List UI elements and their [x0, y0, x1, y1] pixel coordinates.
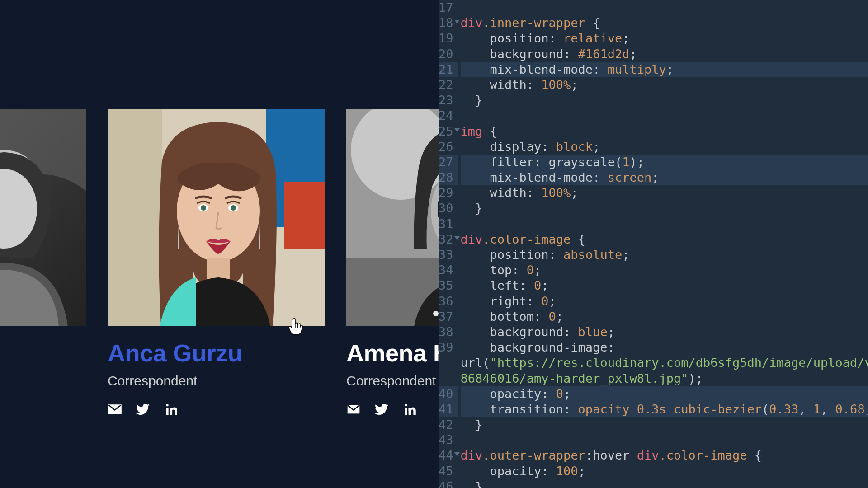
gutter-line-number: 43: [439, 432, 458, 448]
code-line[interactable]: div.outer-wrapper:hover div.color-image …: [461, 448, 868, 463]
gutter-line-number: 37: [439, 309, 458, 324]
gutter-line-number: 17: [439, 0, 458, 15]
code-line[interactable]: bottom: 0;: [461, 309, 868, 324]
gutter-line-number: [439, 371, 458, 386]
code-line[interactable]: }: [461, 93, 868, 108]
gutter-line-number: 26: [439, 139, 458, 155]
code-editor[interactable]: 1718192021222324252627282930313233343536…: [439, 0, 868, 488]
gutter-line-number: 46: [439, 479, 458, 488]
gutter-line-number: 33: [439, 247, 458, 263]
gutter-line-number: 23: [439, 93, 458, 108]
editor-code-area[interactable]: div.inner-wrapper { position: relative; …: [458, 0, 868, 488]
twitter-icon[interactable]: [136, 402, 150, 418]
editor-gutter: 1718192021222324252627282930313233343536…: [439, 0, 458, 488]
code-line[interactable]: }: [461, 417, 868, 432]
linkedin-icon[interactable]: [402, 402, 417, 418]
code-line[interactable]: transition: opacity 0.3s cubic-bezier(0.…: [461, 402, 868, 417]
svg-point-25: [433, 311, 439, 316]
code-line[interactable]: div.color-image {: [461, 232, 868, 247]
gutter-line-number: 32: [439, 232, 458, 247]
gutter-line-number: 21: [439, 62, 458, 77]
email-icon[interactable]: [346, 402, 361, 418]
svg-point-10: [201, 205, 206, 211]
gutter-line-number: 45: [439, 464, 458, 479]
gutter-line-number: 31: [439, 216, 458, 232]
code-line[interactable]: img {: [461, 124, 868, 139]
avatar[interactable]: [0, 109, 86, 326]
linkedin-icon[interactable]: [164, 402, 178, 418]
team-card-socials: [346, 402, 439, 418]
avatar[interactable]: [346, 109, 439, 326]
svg-rect-5: [284, 182, 325, 249]
gutter-line-number: 28: [439, 170, 458, 185]
gutter-line-number: 38: [439, 324, 458, 340]
code-line[interactable]: display: block;: [461, 139, 868, 155]
team-card[interactable]: Anca Gurzu Correspondent: [108, 109, 325, 418]
code-line[interactable]: filter: grayscale(1);: [461, 155, 868, 170]
gutter-line-number: 44: [439, 448, 458, 463]
gutter-line-number: 27: [439, 155, 458, 170]
code-line[interactable]: background: blue;: [461, 324, 868, 340]
avatar[interactable]: [108, 109, 325, 326]
code-line[interactable]: [461, 108, 868, 123]
team-card-role: Correspondent: [346, 373, 439, 389]
gutter-line-number: 19: [439, 31, 458, 46]
gutter-line-number: 30: [439, 201, 458, 216]
gutter-line-number: 18: [439, 15, 458, 31]
code-line[interactable]: mix-blend-mode: multiply;: [461, 62, 868, 77]
code-line[interactable]: }: [461, 201, 868, 216]
code-line[interactable]: [461, 0, 868, 15]
team-cards-row: Anca Gurzu Correspondent: [0, 109, 439, 418]
twitter-icon[interactable]: [374, 402, 389, 418]
team-card-name[interactable]: Amena H. Saiyid: [346, 339, 439, 367]
gutter-line-number: 39: [439, 340, 458, 355]
code-line[interactable]: left: 0;: [461, 278, 868, 293]
code-line[interactable]: background-image:: [461, 340, 868, 355]
code-line[interactable]: div.inner-wrapper {: [461, 15, 868, 31]
team-card-role: Correspondent: [108, 373, 325, 389]
code-line[interactable]: position: absolute;: [461, 247, 868, 263]
gutter-line-number: 25: [439, 124, 458, 139]
team-card-socials: [108, 402, 325, 418]
team-card[interactable]: [0, 109, 86, 418]
gutter-line-number: 22: [439, 77, 458, 93]
team-card[interactable]: Amena H. Saiyid Correspondent: [346, 109, 439, 418]
avatar-image-color: [108, 109, 325, 326]
gutter-line-number: 41: [439, 402, 458, 417]
code-line[interactable]: position: relative;: [461, 31, 868, 46]
svg-rect-6: [108, 109, 162, 326]
code-line[interactable]: }: [461, 479, 868, 488]
code-line[interactable]: width: 100%;: [461, 185, 868, 201]
team-card-name[interactable]: Anca Gurzu: [108, 339, 325, 367]
avatar-image-grayscale: [346, 109, 439, 326]
code-line[interactable]: width: 100%;: [461, 77, 868, 93]
gutter-line-number: 24: [439, 108, 458, 123]
svg-point-11: [231, 205, 236, 211]
gutter-line-number: 34: [439, 263, 458, 278]
avatar-image-grayscale: [0, 109, 86, 326]
code-line[interactable]: opacity: 0;: [461, 386, 868, 402]
gutter-line-number: 42: [439, 417, 458, 432]
gutter-line-number: 40: [439, 386, 458, 402]
email-icon[interactable]: [108, 402, 122, 418]
code-line[interactable]: [461, 432, 868, 448]
gutter-line-number: 35: [439, 278, 458, 293]
code-line[interactable]: mix-blend-mode: screen;: [461, 170, 868, 185]
code-line[interactable]: background: #161d2d;: [461, 47, 868, 62]
code-line[interactable]: 86846016/amy-harder_pxlw8l.jpg");: [461, 371, 868, 386]
gutter-line-number: 20: [439, 47, 458, 62]
code-line[interactable]: right: 0;: [461, 294, 868, 309]
preview-panel: Anca Gurzu Correspondent: [0, 0, 439, 488]
code-line[interactable]: url("https://res.cloudinary.com/db6sfg5d…: [461, 355, 868, 371]
gutter-line-number: 36: [439, 294, 458, 309]
code-line[interactable]: top: 0;: [461, 263, 868, 278]
gutter-line-number: [439, 355, 458, 371]
code-line[interactable]: opacity: 100;: [461, 464, 868, 479]
gutter-line-number: 29: [439, 185, 458, 201]
code-line[interactable]: [461, 216, 868, 232]
